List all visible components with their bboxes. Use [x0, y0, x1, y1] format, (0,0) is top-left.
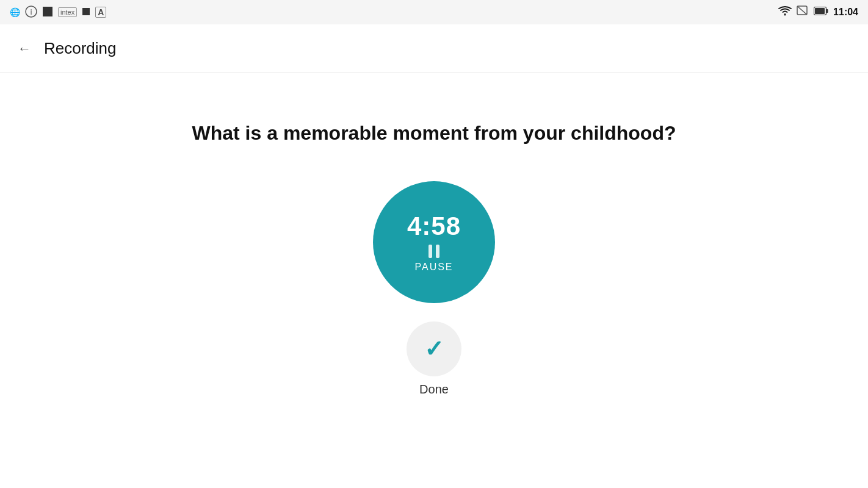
svg-rect-2 [43, 7, 52, 16]
done-button[interactable]: ✓ [407, 321, 461, 376]
done-label: Done [419, 382, 449, 396]
timer-circle[interactable]: 4:58 PAUSE [373, 181, 495, 303]
page-title: Recording [44, 39, 117, 58]
svg-text:i: i [31, 8, 32, 16]
pause-bar-left [429, 245, 432, 258]
status-bar-right: 11:04 [778, 5, 858, 19]
status-time: 11:04 [833, 7, 858, 18]
a-icon: A [95, 7, 106, 18]
small-square-icon [82, 7, 90, 18]
question-text: What is a memorable moment from your chi… [192, 122, 676, 145]
main-content: What is a memorable moment from your chi… [0, 73, 868, 488]
wifi-icon [778, 6, 792, 18]
back-button[interactable]: ← [12, 37, 37, 61]
status-bar-left: 🌐 i intex A [10, 5, 106, 20]
info-icon: i [25, 5, 37, 20]
back-arrow-icon: ← [18, 41, 31, 57]
pause-icon [429, 245, 439, 258]
svg-point-4 [784, 14, 786, 16]
battery-icon [814, 7, 828, 18]
svg-rect-9 [815, 8, 825, 14]
intex-label: intex [58, 7, 77, 17]
pause-bar-right [436, 245, 439, 258]
app-bar: ← Recording [0, 24, 868, 73]
svg-rect-8 [826, 9, 828, 13]
timer-time: 4:58 [407, 212, 461, 241]
checkmark-icon: ✓ [424, 337, 444, 361]
globe-icon: 🌐 [10, 7, 20, 17]
pause-label: PAUSE [414, 262, 453, 273]
status-bar: 🌐 i intex A [0, 0, 868, 24]
done-container: ✓ Done [407, 321, 461, 396]
svg-line-6 [797, 6, 807, 15]
svg-rect-3 [82, 8, 90, 15]
signal-icon [797, 5, 809, 19]
square-icon [42, 6, 53, 19]
